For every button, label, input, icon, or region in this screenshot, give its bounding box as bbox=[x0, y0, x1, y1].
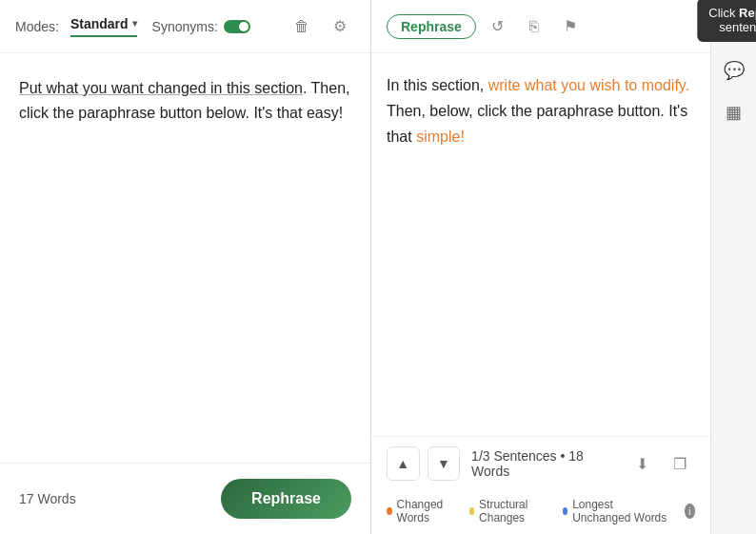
copy-icon[interactable]: ⎘ bbox=[520, 12, 548, 41]
synonyms-label: Synonyms: bbox=[152, 19, 250, 34]
legend-changed-words: Changed Words bbox=[387, 498, 454, 524]
word-count: 17 Words bbox=[19, 491, 76, 506]
trash-icon[interactable]: 🗑 bbox=[287, 11, 317, 42]
nav-down-button[interactable]: ▼ bbox=[428, 446, 461, 481]
modes-label: Modes: bbox=[15, 19, 59, 34]
download-icons: ⬇ ❐ bbox=[627, 448, 695, 479]
rotate-icon[interactable]: ↺ bbox=[484, 12, 512, 41]
left-text-area[interactable]: Put what you want changed in this sectio… bbox=[0, 53, 370, 463]
legend-longest-unchanged: Longest Unchanged Words bbox=[563, 498, 669, 524]
right-text-simple: simple! bbox=[416, 129, 465, 145]
download-icon[interactable]: ⬇ bbox=[627, 448, 657, 479]
chevron-down-icon: ▾ bbox=[132, 18, 137, 29]
tooltip-text1: Click bbox=[708, 6, 739, 20]
info-icon[interactable]: i bbox=[685, 504, 695, 519]
settings-icon[interactable]: ⚙ bbox=[325, 11, 355, 42]
right-header: Rephrase ↺ ⎘ ⚑ bbox=[371, 0, 710, 53]
right-footer: ▲ ▼ 1/3 Sentences • 18 Words ⬇ ❐ Changed… bbox=[371, 436, 710, 534]
changed-words-label: Changed Words bbox=[397, 498, 454, 524]
left-panel: Modes: Standard ▾ Synonyms: 🗑 ⚙ Put what… bbox=[0, 0, 371, 534]
changed-words-dot bbox=[387, 507, 392, 515]
nav-bar: ▲ ▼ 1/3 Sentences • 18 Words ⬇ ❐ bbox=[371, 437, 710, 490]
app-container: Modes: Standard ▾ Synonyms: 🗑 ⚙ Put what… bbox=[0, 0, 756, 534]
structural-changes-label: Structural Changes bbox=[479, 498, 547, 524]
sidebar: ⚙ 💬 ▦ bbox=[710, 0, 756, 534]
right-content-area: In this section, write what you wish to … bbox=[371, 53, 710, 436]
right-text-prefix: In this section, bbox=[387, 77, 488, 93]
header-right-icons: 🗑 ⚙ bbox=[287, 11, 355, 42]
rephrase-tag[interactable]: Rephrase bbox=[387, 14, 476, 39]
header-bar: Modes: Standard ▾ Synonyms: 🗑 ⚙ bbox=[0, 0, 370, 53]
left-text-part1: Put what you want changed in this sectio… bbox=[19, 80, 303, 96]
right-text-what: what bbox=[525, 77, 557, 93]
tooltip-box: Click Rephrase to compare thesentence in… bbox=[697, 0, 756, 42]
legend-structural-changes: Structural Changes bbox=[469, 498, 547, 524]
tooltip: Click Rephrase to compare thesentence in… bbox=[697, 0, 756, 42]
copy2-icon[interactable]: ❐ bbox=[665, 448, 695, 479]
flag-icon[interactable]: ⚑ bbox=[556, 12, 585, 41]
right-text-wish: wish to modify. bbox=[589, 77, 689, 93]
sidebar-chart-icon[interactable]: ▦ bbox=[717, 95, 751, 129]
longest-unchanged-label: Longest Unchanged Words bbox=[572, 498, 669, 524]
longest-unchanged-dot bbox=[563, 507, 568, 515]
rephrase-button[interactable]: Rephrase bbox=[221, 479, 351, 519]
nav-up-button[interactable]: ▲ bbox=[387, 446, 420, 481]
sidebar-chat-icon[interactable]: 💬 bbox=[717, 53, 751, 88]
synonyms-toggle[interactable] bbox=[224, 20, 250, 33]
right-text-write: write bbox=[488, 77, 521, 93]
structural-changes-dot bbox=[469, 507, 475, 515]
mode-standard-button[interactable]: Standard ▾ bbox=[70, 16, 137, 37]
legend-bar: Changed Words Structural Changes Longest… bbox=[371, 490, 710, 534]
tooltip-bold: Rephrase bbox=[739, 6, 756, 20]
sentences-info: 1/3 Sentences • 18 Words bbox=[471, 448, 619, 479]
right-panel: Click Rephrase to compare thesentence in… bbox=[371, 0, 710, 534]
right-text-you: you bbox=[561, 77, 586, 93]
left-footer: 17 Words Rephrase bbox=[0, 463, 370, 534]
